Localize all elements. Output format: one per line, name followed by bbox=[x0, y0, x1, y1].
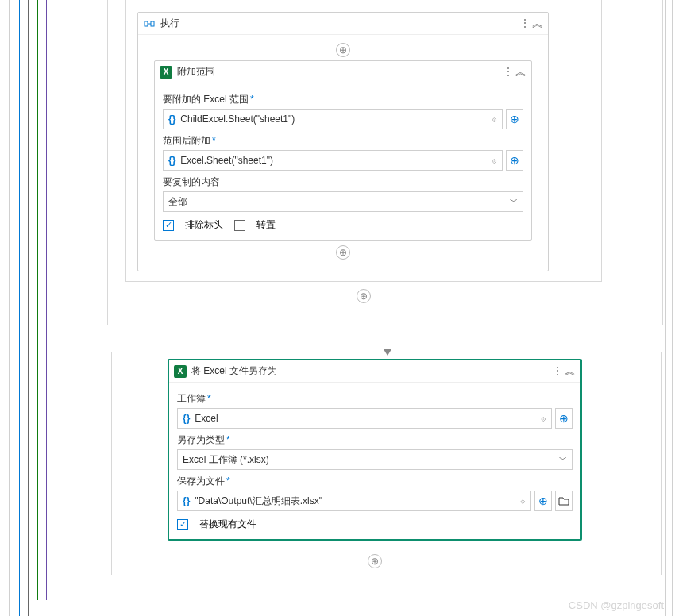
add-activity-after-save[interactable]: ⊕ bbox=[368, 554, 382, 568]
save-type-value: Excel 工作簿 (*.xlsx) bbox=[183, 453, 269, 467]
add-option-button[interactable]: ⊕ bbox=[506, 150, 523, 171]
field-label-save-path: 保存为文件* bbox=[177, 475, 573, 488]
activity-execute[interactable]: 执行 ⋮ ︽ ⊕ X 附加范围 ⋮ ︽ 要附加 bbox=[137, 12, 549, 271]
replace-file-label: 替换现有文件 bbox=[199, 518, 256, 531]
expression-icon: {} bbox=[168, 155, 176, 166]
activity-append-range[interactable]: X 附加范围 ⋮ ︽ 要附加的 Excel 范围* {} ChildExcel. bbox=[154, 60, 532, 241]
activity-header-append[interactable]: X 附加范围 ⋮ ︽ bbox=[155, 61, 531, 83]
excel-icon: X bbox=[174, 365, 187, 378]
activity-title: 执行 bbox=[160, 17, 519, 30]
expand-icon[interactable]: ⟐ bbox=[492, 156, 497, 165]
after-range-value: Excel.Sheet("sheet1") bbox=[180, 155, 273, 166]
add-activity-top[interactable]: ⊕ bbox=[336, 43, 350, 57]
expand-icon[interactable]: ⟐ bbox=[520, 496, 526, 506]
svg-rect-1 bbox=[151, 21, 154, 26]
more-icon[interactable]: ⋮ bbox=[503, 65, 514, 79]
save-path-input[interactable]: {} "Data\Output\汇总明细表.xlsx" ⟐ bbox=[177, 491, 531, 511]
execute-icon bbox=[143, 17, 156, 30]
activity-title: 将 Excel 文件另存为 bbox=[191, 364, 552, 378]
collapse-icon[interactable]: ︽ bbox=[515, 65, 526, 79]
activity-header-execute[interactable]: 执行 ⋮ ︽ bbox=[138, 13, 548, 35]
expression-icon: {} bbox=[168, 114, 176, 125]
transpose-checkbox[interactable]: ✓ bbox=[234, 220, 245, 231]
field-label-copy-content: 要复制的内容 bbox=[163, 175, 523, 189]
more-icon[interactable]: ⋮ bbox=[552, 364, 563, 379]
workbook-value: Excel bbox=[195, 413, 218, 424]
exclude-header-checkbox[interactable]: ✓ bbox=[163, 220, 174, 231]
svg-rect-0 bbox=[145, 21, 148, 26]
add-option-button[interactable]: ⊕ bbox=[506, 109, 523, 129]
browse-folder-button[interactable] bbox=[555, 491, 573, 511]
flow-arrow bbox=[384, 325, 392, 356]
add-activity-bottom[interactable]: ⊕ bbox=[336, 245, 350, 260]
chevron-down-icon: ﹀ bbox=[559, 454, 567, 465]
copy-content-select[interactable]: 全部 ﹀ bbox=[163, 191, 523, 212]
activity-title: 附加范围 bbox=[177, 65, 503, 79]
exclude-header-label: 排除标头 bbox=[185, 218, 223, 232]
add-activity-outer1[interactable]: ⊕ bbox=[357, 289, 371, 303]
expression-icon: {} bbox=[183, 495, 190, 506]
field-label-workbook: 工作簿* bbox=[177, 392, 573, 406]
more-icon[interactable]: ⋮ bbox=[519, 17, 530, 31]
collapse-icon[interactable]: ︽ bbox=[532, 17, 543, 31]
after-range-input[interactable]: {} Excel.Sheet("sheet1") ⟐ bbox=[163, 150, 503, 171]
expand-icon[interactable]: ⟐ bbox=[492, 114, 497, 124]
workbook-input[interactable]: {} Excel ⟐ bbox=[177, 408, 552, 429]
copy-content-value: 全部 bbox=[168, 195, 187, 209]
add-option-button[interactable]: ⊕ bbox=[555, 408, 573, 429]
source-range-value: ChildExcel.Sheet("sheet1") bbox=[180, 114, 295, 125]
activity-save-excel-as[interactable]: X 将 Excel 文件另存为 ⋮ ︽ 工作簿* {} Excel ⟐ ⊕ 另存… bbox=[168, 359, 582, 541]
folder-icon bbox=[558, 497, 569, 506]
transpose-label: 转置 bbox=[256, 218, 276, 232]
replace-file-checkbox[interactable]: ✓ bbox=[177, 519, 188, 530]
excel-icon: X bbox=[160, 66, 172, 79]
expand-icon[interactable]: ⟐ bbox=[541, 414, 546, 423]
watermark: CSDN @gzpingesoft bbox=[569, 599, 664, 611]
chevron-down-icon: ﹀ bbox=[510, 196, 518, 207]
field-label-save-type: 另存为类型* bbox=[177, 433, 573, 447]
activity-header-save[interactable]: X 将 Excel 文件另存为 ⋮ ︽ bbox=[169, 360, 580, 383]
save-type-select[interactable]: Excel 工作簿 (*.xlsx) ﹀ bbox=[177, 449, 573, 470]
save-path-value: "Data\Output\汇总明细表.xlsx" bbox=[195, 495, 322, 508]
add-option-button[interactable]: ⊕ bbox=[534, 491, 552, 511]
field-label-source-range: 要附加的 Excel 范围* bbox=[163, 93, 523, 106]
source-range-input[interactable]: {} ChildExcel.Sheet("sheet1") ⟐ bbox=[163, 109, 503, 129]
field-label-after-range: 范围后附加* bbox=[163, 134, 523, 148]
expression-icon: {} bbox=[183, 413, 190, 424]
collapse-icon[interactable]: ︽ bbox=[565, 364, 576, 379]
